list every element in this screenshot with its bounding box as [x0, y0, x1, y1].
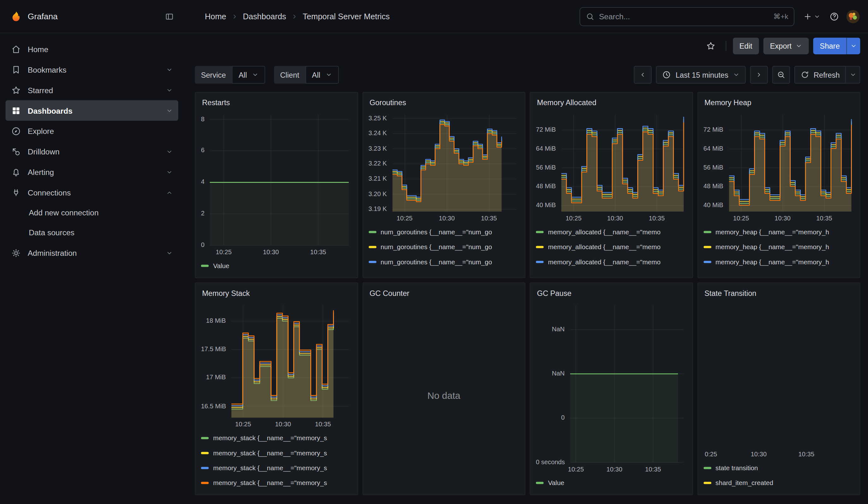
export-button[interactable]: Export [763, 38, 809, 54]
legend-label: memory_allocated {__name__="memo [548, 243, 660, 251]
add-new-button[interactable] [801, 8, 823, 25]
x-axis-labels: 10:2510:3010:35 [201, 418, 352, 429]
chart-plot-area[interactable]: 72 MiB64 MiB56 MiB48 MiB40 MiB [536, 112, 687, 212]
variable-service-value[interactable]: All [232, 66, 265, 84]
variable-client-selected: All [312, 71, 320, 79]
sidebar-item-starred[interactable]: Starred [6, 80, 178, 101]
refresh-icon [800, 70, 809, 79]
panel-title[interactable]: GC Pause [530, 283, 692, 300]
panel-title[interactable]: Restarts [195, 93, 357, 109]
star-icon [11, 85, 21, 95]
legend-label: memory_heap {__name__="memory_h [715, 228, 829, 236]
breadcrumb-item-dashboards[interactable]: Dashboards [243, 12, 286, 21]
legend-item[interactable]: memory_stack {__name__="memory_s [201, 475, 327, 490]
plus-icon [803, 12, 812, 21]
legend-item[interactable]: memory_heap {__name__="memory_h [703, 224, 829, 239]
y-axis-tick: 40 MiB [703, 202, 723, 208]
chevron-right-icon [231, 13, 238, 20]
time-shift-back-button[interactable] [634, 66, 652, 84]
legend-item[interactable]: memory_allocated {__name__="memo [536, 224, 661, 239]
legend-label: memory_heap {__name__="memory_h [715, 273, 829, 273]
legend-item[interactable]: num_goroutines {__name__="num_go [368, 254, 492, 269]
panel-body: 72 MiB64 MiB56 MiB48 MiB40 MiB10:2510:30… [530, 109, 692, 278]
sidebar-item-drilldown[interactable]: Drilldown [6, 141, 178, 162]
refresh-interval-button[interactable] [846, 66, 860, 84]
variable-service-label: Service [195, 66, 232, 84]
dashboards-icon [11, 105, 21, 116]
y-axis-tick: 0 [536, 414, 565, 421]
legend-item[interactable]: memory_stack {__name__="memory_s [201, 460, 327, 475]
share-button[interactable]: Share [813, 38, 846, 54]
favorite-star-button[interactable] [702, 37, 719, 55]
legend-swatch [536, 230, 544, 233]
user-avatar[interactable] [846, 9, 860, 24]
zoom-out-time-button[interactable] [772, 66, 790, 84]
breadcrumb: HomeDashboardsTemporal Server Metrics [205, 12, 390, 21]
panel-title[interactable]: State Transition [698, 283, 860, 300]
panel-title[interactable]: Memory Heap [698, 93, 860, 109]
sidebar-item-bookmarks[interactable]: Bookmarks [6, 59, 178, 80]
legend-item[interactable]: num_goroutines {__name__="num_go [368, 269, 492, 273]
y-axis-tick: 48 MiB [703, 183, 723, 189]
drilldown-icon [11, 146, 21, 157]
chevron-down-icon [252, 71, 259, 78]
chart-plot-area[interactable]: 86420 [201, 112, 352, 246]
panel-title[interactable]: Goroutines [363, 93, 525, 109]
panel-title[interactable]: GC Counter [363, 283, 525, 300]
chevron-up-icon [166, 189, 173, 196]
share-menu-button[interactable] [847, 38, 860, 54]
time-shift-forward-button[interactable] [750, 66, 768, 84]
legend-item[interactable]: memory_allocated {__name__="memo [536, 239, 661, 254]
dock-menu-button[interactable] [163, 10, 176, 23]
y-axis-tick: 6 [201, 147, 205, 154]
x-axis-tick: 10:30 [775, 215, 790, 222]
sidebar-item-alerting[interactable]: Alerting [6, 162, 178, 182]
chart-plot-area[interactable]: 18 MiB17.5 MiB17 MiB16.5 MiB [201, 302, 352, 418]
grafana-logo [10, 10, 22, 22]
home-icon [11, 44, 21, 54]
legend-item[interactable]: num_goroutines {__name__="num_go [368, 224, 492, 239]
search-input[interactable] [599, 12, 769, 21]
edit-button[interactable]: Edit [733, 38, 759, 54]
legend-swatch [536, 482, 544, 484]
chart-plot-area[interactable] [703, 302, 854, 448]
dashboard-toolbar: Edit Export Share [184, 33, 868, 59]
legend-item[interactable]: Value [201, 258, 229, 273]
chevron-right-icon [291, 13, 298, 20]
legend-item[interactable]: memory_allocated {__name__="memo [536, 269, 661, 273]
panel-title[interactable]: Memory Stack [195, 283, 357, 300]
sidebar-item-administration[interactable]: Administration [6, 243, 178, 263]
sidebar-item-add-new-connection[interactable]: Add new connection [6, 203, 178, 223]
legend-item[interactable]: memory_stack {__name__="memory_s [201, 445, 327, 460]
legend-item[interactable]: memory_heap {__name__="memory_h [703, 254, 829, 269]
legend-item[interactable]: memory_stack {__name__="memory_s [201, 430, 327, 445]
search-box[interactable]: ⌘+k [579, 7, 794, 26]
legend-label: memory_stack {__name__="memory_s [213, 449, 327, 457]
chart-plot-area[interactable]: 3.25 K3.24 K3.23 K3.22 K3.21 K3.20 K3.19… [368, 112, 519, 212]
legend-item[interactable]: shard_item_created [703, 475, 773, 490]
legend-item[interactable]: memory_allocated {__name__="memo [536, 254, 661, 269]
legend-item[interactable]: Value [536, 475, 564, 490]
breadcrumb-item-home[interactable]: Home [205, 12, 226, 21]
sidebar-item-explore[interactable]: Explore [6, 121, 178, 141]
legend-item[interactable]: num_goroutines {__name__="num_go [368, 239, 492, 254]
x-axis-tick: 10:30 [607, 215, 623, 222]
legend: num_goroutines {__name__="num_gonum_goro… [368, 224, 519, 273]
chart-plot-area[interactable]: 72 MiB64 MiB56 MiB48 MiB40 MiB [703, 112, 854, 212]
bell-icon [11, 167, 21, 177]
legend-item[interactable]: memory_heap {__name__="memory_h [703, 239, 829, 254]
sidebar-item-dashboards[interactable]: Dashboards [6, 100, 178, 121]
panel-title[interactable]: Memory Allocated [530, 93, 692, 109]
chart-plot-area[interactable]: NaNNaN00 seconds [536, 302, 687, 463]
sidebar-item-home[interactable]: Home [6, 39, 178, 59]
sidebar-item-connections[interactable]: Connections [6, 182, 178, 203]
sidebar-item-data-sources[interactable]: Data sources [6, 223, 178, 243]
time-range-picker[interactable]: Last 15 minutes [656, 66, 745, 84]
help-button[interactable] [826, 8, 843, 25]
search-icon [586, 12, 595, 21]
legend-item[interactable]: memory_heap {__name__="memory_h [703, 269, 829, 273]
variable-client-value[interactable]: All [305, 66, 338, 84]
refresh-button[interactable]: Refresh [794, 66, 846, 84]
legend-item[interactable]: state transition [703, 460, 758, 475]
time-range-label: Last 15 minutes [675, 71, 728, 79]
